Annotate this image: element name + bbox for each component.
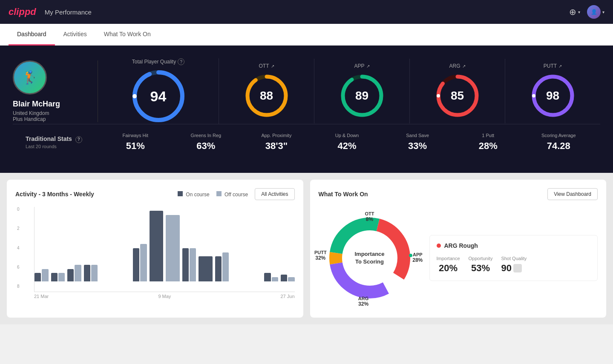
logo[interactable]: clippd	[9, 6, 36, 17]
nav-tabs: Dashboard Activities What To Work On	[0, 24, 613, 46]
tab-dashboard[interactable]: Dashboard	[9, 24, 55, 46]
bar-group	[199, 256, 213, 281]
hero-inner: 🏌️ Blair McHarg United Kingdom Plus Hand…	[13, 58, 600, 124]
player-name: Blair McHarg	[13, 100, 60, 109]
ott-trend-icon: ↗	[271, 64, 274, 69]
stat-scoring-average: Scoring Average 74.28	[530, 133, 587, 152]
bar-group	[67, 265, 81, 281]
bar-on-course	[215, 256, 222, 281]
tab-what-to-work-on[interactable]: What To Work On	[95, 24, 159, 46]
bar-off-course	[222, 252, 229, 281]
gauge-putt-circle: 98	[530, 72, 576, 119]
bar-on-course	[199, 256, 213, 281]
bar-off-course	[288, 277, 294, 281]
gauge-app: APP ↗ 89	[314, 59, 410, 123]
chart-x-labels: 21 Mar 9 May 27 Jun	[34, 294, 295, 299]
gauge-arg-circle: 85	[434, 72, 481, 119]
header-title: My Performance	[45, 9, 92, 16]
user-menu[interactable]: 👤 ▾	[587, 5, 604, 19]
bar-off-course	[272, 277, 278, 281]
on-course-dot	[178, 191, 183, 196]
work-on-title: What To Work On	[319, 191, 368, 198]
bar-group	[133, 244, 147, 281]
bar-off-course	[166, 215, 180, 281]
activity-panel-header: Activity - 3 Months - Weekly On course O…	[15, 188, 295, 200]
metric-importance: Importance 20%	[437, 256, 460, 274]
trad-stats-subtitle: Last 20 rounds	[26, 144, 94, 149]
bar-group	[264, 273, 278, 281]
bar-group	[150, 211, 164, 281]
stat-one-putt: 1 Putt 28%	[459, 133, 517, 152]
gauge-ott-circle: 88	[243, 72, 290, 119]
donut-center-text: Importance To Scoring	[354, 250, 384, 266]
bar-group	[281, 275, 295, 281]
stat-fairways-hit: Fairways Hit 51%	[106, 133, 164, 152]
gauge-arg: ARG ↗ 85	[410, 59, 505, 123]
bar-group	[166, 215, 180, 281]
view-dashboard-button[interactable]: View Dashboard	[547, 188, 598, 200]
chart-y-labels: 8 6 4 2 0	[17, 207, 20, 289]
bottom-panels: Activity - 3 Months - Weekly On course O…	[0, 173, 613, 324]
header-right: ⊕ ▾ 👤 ▾	[569, 5, 604, 19]
recommendation-dot	[437, 244, 441, 248]
recommendation-card: ARG Rough Importance 20% Opportunity 53%…	[429, 235, 598, 281]
tab-activities[interactable]: Activities	[55, 24, 95, 46]
donut-label-arg: ARG 32%	[358, 296, 368, 307]
bar-group	[215, 252, 229, 281]
trad-help-icon[interactable]: ?	[75, 136, 82, 143]
bar-on-course	[150, 211, 164, 281]
trad-stats-label: Traditional Stats ? Last 20 rounds	[26, 135, 94, 149]
bar-off-course	[58, 273, 65, 281]
donut-section: Importance To Scoring OTT 8% APP 28% ARG…	[319, 207, 598, 309]
avatar: 👤	[587, 5, 601, 19]
stat-greens-in-reg: Greens In Reg 63%	[177, 133, 235, 152]
what-to-work-on-panel: What To Work On View Dashboard	[310, 180, 607, 318]
donut-chart-wrapper: Importance To Scoring OTT 8% APP 28% ARG…	[319, 207, 421, 309]
bar-off-course	[75, 265, 81, 281]
putt-trend-icon: ↗	[558, 64, 562, 69]
work-on-panel-header: What To Work On View Dashboard	[319, 188, 598, 200]
bar-group	[35, 269, 49, 281]
activity-chart-title: Activity - 3 Months - Weekly	[15, 191, 94, 198]
player-info: 🏌️ Blair McHarg United Kingdom Plus Hand…	[13, 60, 98, 122]
bar-on-course	[133, 248, 139, 281]
gauges-section: Total Player Quality ? 94 OTT ↗	[98, 58, 600, 124]
gauge-ott: OTT ↗ 88	[219, 59, 314, 123]
help-icon[interactable]: ?	[178, 58, 184, 65]
arg-trend-icon: ↗	[462, 64, 466, 69]
avatar-img: 👤	[591, 9, 597, 15]
on-course-legend: On course	[178, 191, 210, 198]
chart-legend: On course Off course	[178, 191, 248, 198]
bar-off-course	[91, 265, 98, 281]
trad-stats-title: Traditional Stats ?	[26, 135, 94, 143]
bar-on-course	[67, 269, 74, 281]
bar-off-course	[190, 248, 196, 281]
metric-shot-quality: Shot Quality 90	[501, 256, 527, 274]
gauge-ott-value: 88	[260, 89, 273, 103]
stat-app-proximity: App. Proximity 38'3"	[248, 133, 305, 152]
avatar: 🏌️	[13, 60, 47, 95]
off-course-legend: Off course	[216, 191, 248, 198]
activity-panel: Activity - 3 Months - Weekly On course O…	[7, 180, 303, 318]
all-activities-button[interactable]: All Activities	[255, 188, 294, 200]
bar-on-course	[84, 265, 90, 281]
bar-on-course	[264, 273, 271, 281]
gauge-total-value: 94	[150, 88, 167, 105]
gauge-putt-value: 98	[546, 89, 559, 103]
add-button[interactable]: ⊕ ▾	[569, 7, 580, 17]
user-chevron: ▾	[602, 10, 604, 14]
stat-sand-save: Sand Save 33%	[389, 133, 446, 152]
bar-on-course	[51, 273, 58, 281]
gauge-total-label: Total Player Quality ?	[132, 58, 184, 65]
plus-icon: ⊕	[569, 7, 576, 17]
gauge-app-label: APP ↗	[354, 63, 369, 69]
hero-section: 🏌️ Blair McHarg United Kingdom Plus Hand…	[0, 46, 613, 173]
header: clippd My Performance ⊕ ▾ 👤 ▾	[0, 0, 613, 24]
logo-text: clippd	[9, 6, 36, 17]
chart-container: 8 6 4 2 0 21 Mar 9 May 27 Jun	[26, 207, 295, 299]
player-country: United Kingdom	[13, 110, 49, 116]
gauge-putt: PUTT ↗ 98	[505, 59, 600, 123]
off-course-dot	[216, 191, 222, 196]
bar-on-course	[182, 248, 189, 281]
gauge-app-value: 89	[355, 89, 368, 103]
